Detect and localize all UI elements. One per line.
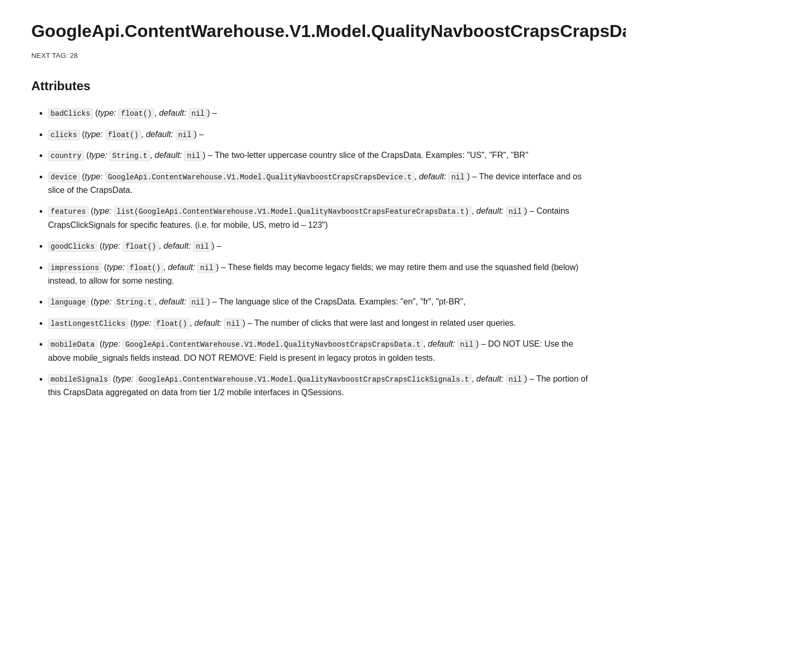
attr-default-label: default: (476, 374, 506, 383)
attr-default-label: default: (146, 130, 176, 139)
attr-type-label: type: (93, 297, 114, 306)
list-item: mobileData (type: GoogleApi.ContentWareh… (48, 337, 594, 365)
attr-type-label: type: (102, 241, 123, 250)
attr-default-label: default: (419, 172, 448, 181)
attr-default-label: default: (476, 206, 506, 215)
attr-description: The number of clicks that were last and … (254, 319, 516, 327)
attr-name: goodClicks (48, 241, 97, 252)
attr-type-value: GoogleApi.ContentWarehouse.V1.Model.Qual… (105, 172, 415, 182)
attr-name: language (48, 297, 89, 308)
list-item: device (type: GoogleApi.ContentWarehouse… (48, 170, 594, 198)
list-item: goodClicks (type: float(), default: nil)… (48, 239, 594, 253)
attr-default-label: default: (159, 297, 189, 306)
list-item: badClicks (type: float(), default: nil) … (48, 106, 594, 120)
attr-type-label: type: (116, 374, 136, 383)
attr-name: impressions (48, 263, 102, 273)
attr-default-value: nil (189, 108, 207, 119)
attr-default-label: default: (159, 108, 189, 117)
attr-name: country (48, 151, 84, 161)
attr-default-value: nil (198, 263, 216, 273)
attr-type-value: float() (105, 130, 141, 140)
attr-name: features (48, 206, 89, 217)
attr-default-value: nil (176, 130, 194, 140)
page-container: GoogleApi.ContentWarehouse.V1.Model.Qual… (31, 21, 594, 400)
attr-type-value: float() (127, 263, 163, 273)
attr-default-value: nil (184, 151, 202, 161)
attr-type-label: type: (89, 151, 110, 160)
attr-type-label: type: (98, 108, 118, 117)
attr-name: clicks (48, 130, 80, 140)
list-item: impressions (type: float(), default: nil… (48, 261, 594, 288)
list-item: features (type: list(GoogleApi.ContentWa… (48, 204, 594, 232)
attr-default-value: nil (189, 297, 207, 308)
attr-type-value: GoogleApi.ContentWarehouse.V1.Model.Qual… (123, 339, 423, 350)
attr-name: device (48, 172, 80, 182)
attr-type-value: float() (154, 319, 190, 329)
page-title-text: GoogleApi.ContentWarehouse.V1.Model.Qual… (31, 21, 626, 42)
attr-default-label: default: (195, 319, 224, 327)
attr-name: mobileData (48, 339, 97, 350)
attr-type-value: float() (123, 241, 159, 252)
attr-default-label: default: (428, 339, 457, 348)
attr-default-label: default: (155, 151, 185, 160)
attr-name: mobileSignals (48, 374, 111, 385)
attr-type-label: type: (84, 172, 105, 181)
attr-default-value: nil (224, 319, 242, 329)
list-item: clicks (type: float(), default: nil) – (48, 128, 594, 141)
attr-type-value: float() (118, 108, 154, 119)
attr-type-value: String.t (114, 297, 155, 308)
attr-default-value: nil (506, 374, 524, 385)
attributes-list: badClicks (type: float(), default: nil) … (31, 106, 594, 399)
attr-description: The two-letter uppercase country slice o… (215, 151, 528, 160)
page-title-block: GoogleApi.ContentWarehouse.V1.Model.Qual… (31, 21, 594, 42)
list-item: mobileSignals (type: GoogleApi.ContentWa… (48, 372, 594, 400)
attr-type-label: type: (107, 263, 127, 272)
attr-default-value: nil (506, 206, 524, 217)
attr-type-label: type: (102, 339, 123, 348)
attr-type-value: String.t (110, 151, 150, 161)
attr-default-value: nil (448, 172, 467, 182)
attr-name: lastLongestClicks (48, 319, 128, 329)
attr-type-value: GoogleApi.ContentWarehouse.V1.Model.Qual… (136, 374, 472, 385)
attr-type-label: type: (84, 130, 105, 139)
attr-description: The language slice of the CrapsData. Exa… (219, 297, 466, 306)
attributes-heading: Attributes (31, 76, 594, 96)
next-tag: NEXT TAG: 28 (31, 50, 594, 62)
attr-name: badClicks (48, 108, 93, 119)
attr-default-value: nil (457, 339, 476, 350)
attr-default-value: nil (193, 241, 211, 252)
list-item: language (type: String.t, default: nil) … (48, 295, 594, 309)
attr-type-value: list(GoogleApi.ContentWarehouse.V1.Model… (114, 206, 472, 217)
attr-default-label: default: (168, 263, 198, 272)
attr-type-label: type: (133, 319, 153, 327)
list-item: country (type: String.t, default: nil) –… (48, 149, 594, 162)
attr-type-label: type: (93, 206, 114, 215)
attr-default-label: default: (163, 241, 193, 250)
list-item: lastLongestClicks (type: float(), defaul… (48, 316, 594, 330)
